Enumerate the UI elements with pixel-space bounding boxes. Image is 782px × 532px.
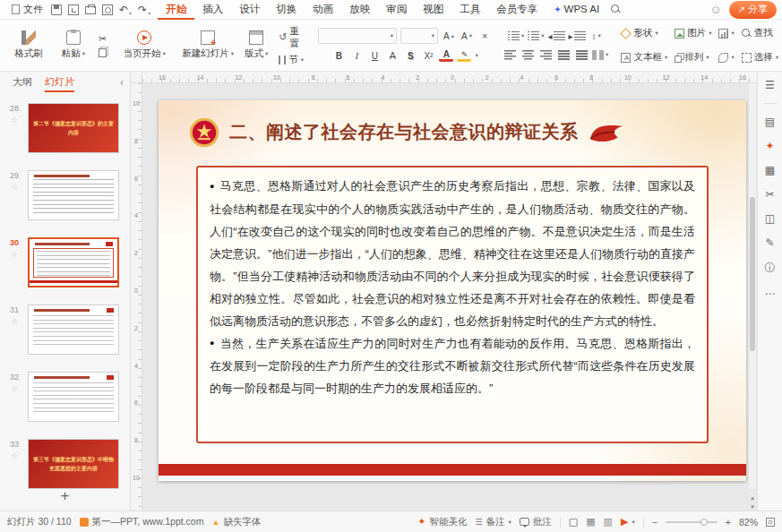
layout-button[interactable]: 版式▾ (236, 29, 277, 62)
align-center-button[interactable] (520, 47, 535, 62)
increase-font-button[interactable]: A▴ (442, 29, 456, 43)
zoom-slider[interactable] (666, 521, 718, 523)
format-painter-button[interactable]: 格式刷 (7, 29, 50, 62)
fit-window-icon[interactable] (766, 518, 775, 527)
cut-icon[interactable]: ✂ (99, 34, 107, 44)
tab-outline[interactable]: 大纲 (13, 75, 32, 89)
smart-beautify-button[interactable]: ✦智能美化 (417, 516, 467, 528)
slide-thumbnail-29[interactable] (28, 170, 119, 220)
zoom-slider-knob[interactable] (700, 519, 708, 526)
zoom-in-icon[interactable]: + (726, 517, 731, 528)
columns-button[interactable]: ▾ (592, 47, 608, 62)
bold-button[interactable]: B (331, 48, 346, 63)
export-icon[interactable] (68, 4, 79, 15)
slide-thumbnail-32[interactable] (28, 372, 119, 422)
file-menu-button[interactable]: 文件 (5, 3, 49, 16)
wordart-button[interactable]: ▾ (718, 47, 734, 68)
share-button[interactable]: ↗分享 (729, 1, 777, 19)
font-name-select[interactable]: ▾ (318, 28, 397, 44)
search-icon[interactable] (611, 4, 622, 15)
save-icon[interactable] (51, 4, 62, 15)
paste-button[interactable]: 粘贴▾ (52, 29, 95, 62)
star-icon[interactable]: ☆ (11, 317, 18, 326)
undo-button[interactable]: ↶▾ (119, 4, 132, 16)
slide-sorter-view-icon[interactable]: ▦ (586, 516, 595, 528)
slide-content-box[interactable]: ●马克思、恩格斯通过对人的社会意识产生的历史考察后指出，思想、宗教、法律、国家以… (196, 166, 709, 443)
star-icon[interactable]: ☆ (11, 116, 18, 124)
reading-view-icon[interactable]: ▥ (604, 516, 613, 528)
play-slideshow-button[interactable]: ▶▾ (621, 516, 635, 528)
canvas-scrollbar[interactable] (749, 83, 756, 489)
template-source[interactable]: 第一—PPT, www.1ppt.com (80, 516, 204, 528)
slide-title[interactable]: 二、阐述了社会存在与社会意识的辩证关系 (229, 120, 579, 144)
slide-thumbnail-31[interactable] (28, 305, 119, 355)
tab-animation[interactable]: 动画 (305, 0, 341, 20)
tab-tools[interactable]: 工具 (451, 0, 488, 20)
tab-transition[interactable]: 切换 (268, 0, 305, 20)
arrange-button[interactable]: 排列▾ (675, 47, 711, 68)
notes-pen-icon[interactable]: ✎ (765, 236, 774, 249)
redo-button[interactable]: ↷▾ (138, 4, 150, 16)
tab-design[interactable]: 设计 (231, 0, 268, 20)
star-icon[interactable]: ☆ (11, 451, 18, 460)
superscript-button[interactable]: X² (421, 48, 435, 63)
bullet-list-button[interactable]: ▾ (508, 29, 524, 43)
clear-format-button[interactable]: × (477, 29, 492, 43)
line-spacing-button[interactable]: ↕▾ (589, 29, 604, 43)
strikethrough-button[interactable]: A (385, 48, 400, 63)
collapse-panel-icon[interactable]: ‹ (120, 76, 124, 89)
print-preview-icon[interactable] (102, 4, 113, 15)
slide-thumbnail-30-current[interactable] (28, 237, 119, 287)
bullet-paragraph-2[interactable]: ●当然，生产关系在适应生产力的同时对生产力也有着能动的反作用。马克思、恩格斯指出… (210, 332, 695, 400)
beautify-icon[interactable]: ✦ (765, 140, 774, 152)
section-button[interactable]: 节 ▾ (279, 54, 304, 66)
normal-view-icon[interactable]: ▢ (569, 516, 578, 528)
select-button[interactable]: 选择▾ (742, 47, 778, 68)
numbered-list-button[interactable]: ▾ (528, 29, 544, 43)
tab-slideshow[interactable]: 放映 (341, 0, 378, 20)
comments-button[interactable]: 批注 (520, 516, 552, 528)
tab-view[interactable]: 视图 (415, 0, 451, 20)
underline-button[interactable]: U (367, 48, 382, 63)
feedback-icon[interactable]: ☺ (709, 4, 721, 15)
font-size-select[interactable]: ▾ (400, 28, 438, 44)
zoom-out-icon[interactable]: − (652, 517, 657, 528)
decrease-font-button[interactable]: A▾ (460, 29, 474, 43)
increase-indent-button[interactable]: ▸ (569, 29, 586, 43)
decrease-indent-button[interactable]: ◂ (547, 29, 564, 43)
add-slide-button[interactable]: + (0, 487, 130, 505)
object-properties-icon[interactable]: ▤ (765, 116, 775, 128)
find-button[interactable]: 查找 (742, 22, 778, 44)
copy-icon[interactable] (99, 48, 107, 57)
previous-slide-icon[interactable]: ▴ (751, 494, 754, 502)
next-slide-icon[interactable]: ▾ (751, 503, 754, 511)
font-color-button[interactable]: A (439, 50, 453, 62)
slide-editing-surface[interactable]: 二、阐述了社会存在与社会意识的辩证关系 ●马克思、恩格斯通过对人的社会意识产生的… (159, 100, 746, 481)
tab-home[interactable]: 开始 (158, 0, 194, 20)
tab-review[interactable]: 审阅 (378, 0, 415, 20)
justify-button[interactable] (556, 47, 571, 62)
align-left-button[interactable] (503, 47, 517, 62)
star-icon[interactable]: ☆ (11, 183, 18, 192)
tab-slides[interactable]: 幻灯片 (45, 72, 74, 92)
bullet-paragraph-1[interactable]: ●马克思、恩格斯通过对人的社会意识产生的历史考察后指出，思想、宗教、法律、国家以… (210, 175, 695, 332)
notes-button[interactable]: ☰备注▾ (475, 516, 511, 528)
star-icon[interactable]: ☆ (11, 384, 18, 393)
highlight-button[interactable]: ✎ (457, 50, 471, 62)
scrollbar-thumb[interactable] (750, 197, 755, 351)
shapes-button[interactable]: 形状▾ (621, 22, 667, 44)
italic-button[interactable]: I (349, 48, 364, 63)
tab-wps-ai[interactable]: ✦WPS AI (546, 0, 607, 20)
new-slide-button[interactable]: 新建幻灯片▾ (182, 29, 234, 62)
crop-icon[interactable]: ✂ (765, 188, 774, 201)
textbox-button[interactable]: 文本框▾ (621, 47, 667, 68)
more-tools-icon[interactable]: ⋯ (765, 287, 776, 300)
slide-canvas-area[interactable]: 1614121086420246810121416 1086420246810 … (131, 72, 757, 511)
star-icon[interactable]: ☆ (11, 250, 18, 259)
play-from-current-button[interactable]: 当页开始▾ (117, 29, 171, 62)
tab-membership[interactable]: 会员专享 (488, 0, 546, 20)
chart-button[interactable]: ▾ (718, 22, 734, 44)
zoom-level[interactable]: 82% (739, 517, 758, 528)
material-library-icon[interactable]: ▦ (765, 164, 775, 176)
text-shadow-button[interactable]: S (403, 48, 417, 63)
